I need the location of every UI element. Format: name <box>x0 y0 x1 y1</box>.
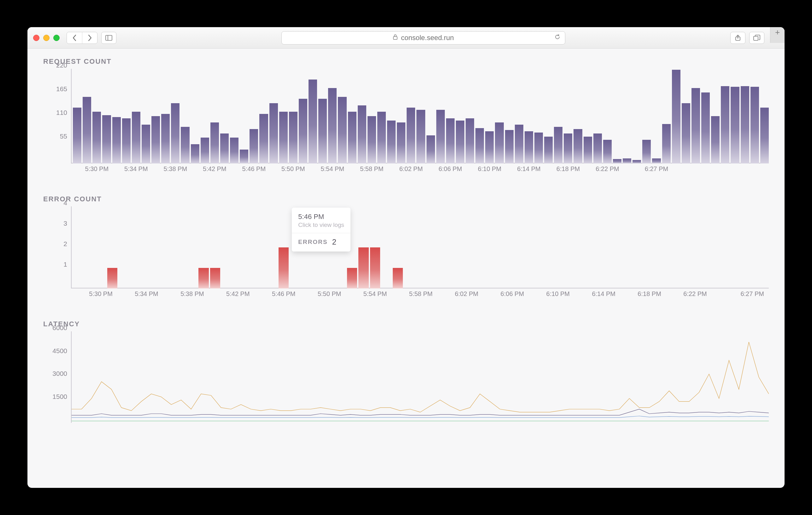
tooltip-subtext: Click to view logs <box>298 222 344 228</box>
bar[interactable] <box>466 118 474 164</box>
bar[interactable] <box>485 131 494 164</box>
forward-button[interactable] <box>82 32 97 44</box>
bar[interactable] <box>613 159 621 164</box>
bar[interactable] <box>230 138 238 164</box>
bar[interactable] <box>107 268 117 288</box>
new-tab-button[interactable]: + <box>770 27 785 43</box>
sidebar-toggle-button[interactable] <box>101 32 116 44</box>
bar[interactable] <box>240 150 248 164</box>
bar[interactable] <box>112 117 121 164</box>
minimize-window-button[interactable] <box>43 35 50 41</box>
bar[interactable] <box>338 97 346 164</box>
bar[interactable] <box>393 268 403 288</box>
bar[interactable] <box>201 138 209 164</box>
bar[interactable] <box>358 248 369 288</box>
bar[interactable] <box>515 125 523 164</box>
bar[interactable] <box>142 125 150 164</box>
bar[interactable] <box>269 103 278 164</box>
bar[interactable] <box>751 87 759 164</box>
bar[interactable] <box>692 88 700 164</box>
bar[interactable] <box>210 268 220 288</box>
bar[interactable] <box>279 112 288 164</box>
bar[interactable] <box>191 144 199 164</box>
bar[interactable] <box>387 120 396 164</box>
bar[interactable] <box>475 128 484 164</box>
bar[interactable] <box>102 115 111 164</box>
bar[interactable] <box>259 114 268 164</box>
bar[interactable] <box>289 112 297 164</box>
bar[interactable] <box>250 129 258 164</box>
bar[interactable] <box>220 134 229 164</box>
plot-area[interactable]: 5:30 PM5:34 PM5:38 PM5:42 PM5:46 PM5:50 … <box>71 69 769 164</box>
chart-tooltip[interactable]: 5:46 PM Click to view logs ERRORS 2 <box>292 208 350 252</box>
bar[interactable] <box>662 124 671 164</box>
bar[interactable] <box>161 114 170 164</box>
bar[interactable] <box>525 131 533 164</box>
bar[interactable] <box>198 268 208 288</box>
plot-area[interactable] <box>71 331 769 423</box>
bar[interactable] <box>370 248 380 288</box>
bar[interactable] <box>495 122 503 164</box>
bar[interactable] <box>505 130 514 164</box>
bar[interactable] <box>299 99 307 164</box>
bar[interactable] <box>73 108 81 164</box>
bar[interactable] <box>642 140 651 164</box>
bar[interactable] <box>347 268 357 288</box>
bar[interactable] <box>456 120 464 164</box>
bar[interactable] <box>368 116 376 164</box>
bar[interactable] <box>741 86 749 164</box>
bar[interactable] <box>210 122 219 164</box>
bar[interactable] <box>672 70 680 164</box>
bar[interactable] <box>554 127 562 164</box>
bar[interactable] <box>171 103 179 164</box>
bar[interactable] <box>122 118 130 164</box>
bar[interactable] <box>701 92 710 164</box>
bar[interactable] <box>83 97 91 164</box>
bar[interactable] <box>446 118 455 164</box>
svg-rect-2 <box>394 37 397 39</box>
bar[interactable] <box>358 106 366 164</box>
bar[interactable] <box>564 134 572 164</box>
bar[interactable] <box>309 80 317 164</box>
plot-area[interactable]: 5:30 PM5:34 PM5:38 PM5:42 PM5:46 PM5:50 … <box>71 206 769 288</box>
bar[interactable] <box>633 160 641 164</box>
bar[interactable] <box>132 112 140 164</box>
bar[interactable] <box>760 108 769 164</box>
bar[interactable] <box>328 88 337 164</box>
share-button[interactable] <box>730 32 746 44</box>
bar[interactable] <box>151 116 160 164</box>
bar[interactable] <box>584 137 592 164</box>
bar[interactable] <box>574 129 582 164</box>
bar[interactable] <box>682 103 690 164</box>
bar[interactable] <box>397 122 405 164</box>
bar[interactable] <box>407 108 415 164</box>
back-button[interactable] <box>67 32 82 44</box>
bar[interactable] <box>721 86 729 164</box>
zoom-window-button[interactable] <box>53 35 60 41</box>
latency-chart[interactable]: 6000450030001500 <box>43 331 769 426</box>
bar[interactable] <box>593 134 602 164</box>
bar[interactable] <box>711 116 720 164</box>
bar[interactable] <box>92 112 101 164</box>
bar[interactable] <box>416 110 425 164</box>
bar[interactable] <box>623 159 631 164</box>
bar[interactable] <box>279 248 289 288</box>
reload-icon[interactable] <box>554 34 560 42</box>
bar[interactable] <box>377 112 386 164</box>
bar[interactable] <box>731 87 739 164</box>
bar[interactable] <box>652 159 661 164</box>
bar[interactable] <box>181 127 189 164</box>
address-bar[interactable]: console.seed.run <box>281 31 565 45</box>
tabs-button[interactable] <box>749 32 764 44</box>
bar[interactable] <box>318 99 327 164</box>
bar[interactable] <box>348 112 356 164</box>
error-count-chart[interactable]: 4321 5:30 PM5:34 PM5:38 PM5:42 PM5:46 PM… <box>43 206 769 298</box>
bar[interactable] <box>544 137 553 164</box>
bar[interactable] <box>603 140 612 164</box>
close-window-button[interactable] <box>33 35 39 41</box>
request-count-chart[interactable]: 22016511055 5:30 PM5:34 PM5:38 PM5:42 PM… <box>43 69 769 173</box>
bar[interactable] <box>436 110 445 164</box>
bar[interactable] <box>427 135 435 164</box>
latency-lines <box>71 331 769 423</box>
bar[interactable] <box>534 133 543 164</box>
